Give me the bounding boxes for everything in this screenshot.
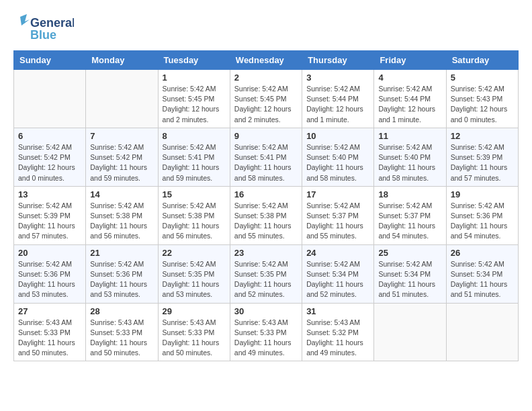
day-number: 21 — [90, 248, 153, 258]
calendar-cell: 8Sunrise: 5:42 AMSunset: 5:41 PMDaylight… — [158, 128, 230, 186]
calendar-cell: 3Sunrise: 5:42 AMSunset: 5:44 PMDaylight… — [302, 70, 374, 128]
calendar-cell — [374, 303, 446, 361]
day-number: 10 — [306, 131, 369, 141]
calendar-cell: 9Sunrise: 5:42 AMSunset: 5:41 PMDaylight… — [230, 128, 302, 186]
calendar-cell: 27Sunrise: 5:43 AMSunset: 5:33 PMDayligh… — [14, 303, 86, 361]
day-number: 30 — [234, 306, 298, 316]
day-number: 25 — [378, 248, 441, 258]
calendar-cell — [446, 303, 518, 361]
day-info: Sunrise: 5:42 AMSunset: 5:40 PMDaylight:… — [378, 142, 441, 183]
day-number: 16 — [234, 189, 298, 199]
day-info: Sunrise: 5:43 AMSunset: 5:33 PMDaylight:… — [18, 318, 81, 359]
day-number: 27 — [18, 306, 81, 316]
day-info: Sunrise: 5:43 AMSunset: 5:33 PMDaylight:… — [90, 318, 153, 359]
day-info: Sunrise: 5:42 AMSunset: 5:38 PMDaylight:… — [234, 201, 298, 242]
day-info: Sunrise: 5:42 AMSunset: 5:36 PMDaylight:… — [18, 259, 81, 300]
calendar-week-5: 27Sunrise: 5:43 AMSunset: 5:33 PMDayligh… — [14, 303, 519, 361]
calendar-cell: 29Sunrise: 5:43 AMSunset: 5:33 PMDayligh… — [158, 303, 230, 361]
day-info: Sunrise: 5:42 AMSunset: 5:44 PMDaylight:… — [378, 84, 441, 125]
day-info: Sunrise: 5:43 AMSunset: 5:32 PMDaylight:… — [306, 318, 369, 359]
day-info: Sunrise: 5:42 AMSunset: 5:34 PMDaylight:… — [451, 259, 514, 300]
day-header-thursday: Thursday — [302, 51, 374, 70]
header: GeneralBlue — [13, 13, 519, 44]
day-info: Sunrise: 5:42 AMSunset: 5:39 PMDaylight:… — [18, 201, 81, 242]
svg-marker-2 — [20, 14, 30, 26]
day-header-wednesday: Wednesday — [230, 51, 302, 70]
day-number: 9 — [234, 131, 298, 141]
day-number: 3 — [306, 73, 369, 83]
calendar-cell: 24Sunrise: 5:42 AMSunset: 5:34 PMDayligh… — [302, 244, 374, 303]
day-info: Sunrise: 5:42 AMSunset: 5:42 PMDaylight:… — [90, 142, 153, 183]
calendar-cell — [86, 70, 158, 128]
day-number: 17 — [306, 189, 369, 199]
day-number: 29 — [163, 306, 226, 316]
calendar-week-4: 20Sunrise: 5:42 AMSunset: 5:36 PMDayligh… — [14, 244, 519, 303]
svg-text:General: General — [30, 16, 74, 30]
day-info: Sunrise: 5:42 AMSunset: 5:38 PMDaylight:… — [163, 201, 226, 242]
svg-text:Blue: Blue — [30, 28, 56, 42]
calendar-cell: 30Sunrise: 5:43 AMSunset: 5:33 PMDayligh… — [230, 303, 302, 361]
calendar-cell: 25Sunrise: 5:42 AMSunset: 5:34 PMDayligh… — [374, 244, 446, 303]
day-info: Sunrise: 5:43 AMSunset: 5:33 PMDaylight:… — [163, 318, 226, 359]
logo-svg: GeneralBlue — [13, 13, 74, 44]
calendar-cell: 26Sunrise: 5:42 AMSunset: 5:34 PMDayligh… — [446, 244, 518, 303]
day-number: 13 — [18, 189, 81, 199]
day-header-tuesday: Tuesday — [158, 51, 230, 70]
day-info: Sunrise: 5:42 AMSunset: 5:35 PMDaylight:… — [163, 259, 226, 300]
day-number: 20 — [18, 248, 81, 258]
day-info: Sunrise: 5:42 AMSunset: 5:39 PMDaylight:… — [451, 142, 514, 183]
day-header-friday: Friday — [374, 51, 446, 70]
calendar-cell: 5Sunrise: 5:42 AMSunset: 5:43 PMDaylight… — [446, 70, 518, 128]
calendar-cell: 15Sunrise: 5:42 AMSunset: 5:38 PMDayligh… — [158, 186, 230, 244]
day-info: Sunrise: 5:42 AMSunset: 5:34 PMDaylight:… — [306, 259, 369, 300]
day-header-sunday: Sunday — [14, 51, 86, 70]
day-info: Sunrise: 5:42 AMSunset: 5:44 PMDaylight:… — [306, 84, 369, 125]
day-info: Sunrise: 5:42 AMSunset: 5:38 PMDaylight:… — [90, 201, 153, 242]
day-info: Sunrise: 5:42 AMSunset: 5:45 PMDaylight:… — [163, 84, 226, 125]
calendar-cell: 11Sunrise: 5:42 AMSunset: 5:40 PMDayligh… — [374, 128, 446, 186]
day-info: Sunrise: 5:42 AMSunset: 5:34 PMDaylight:… — [378, 259, 441, 300]
calendar-week-2: 6Sunrise: 5:42 AMSunset: 5:42 PMDaylight… — [14, 128, 519, 186]
day-number: 18 — [378, 189, 441, 199]
day-info: Sunrise: 5:42 AMSunset: 5:35 PMDaylight:… — [234, 259, 298, 300]
calendar-cell: 12Sunrise: 5:42 AMSunset: 5:39 PMDayligh… — [446, 128, 518, 186]
day-number: 14 — [90, 189, 153, 199]
calendar-cell: 21Sunrise: 5:42 AMSunset: 5:36 PMDayligh… — [86, 244, 158, 303]
calendar-week-3: 13Sunrise: 5:42 AMSunset: 5:39 PMDayligh… — [14, 186, 519, 244]
day-number: 1 — [163, 73, 226, 83]
calendar-body: 1Sunrise: 5:42 AMSunset: 5:45 PMDaylight… — [14, 70, 519, 361]
day-info: Sunrise: 5:42 AMSunset: 5:42 PMDaylight:… — [18, 142, 81, 183]
calendar-cell — [14, 70, 86, 128]
day-info: Sunrise: 5:42 AMSunset: 5:41 PMDaylight:… — [163, 142, 226, 183]
calendar-table: SundayMondayTuesdayWednesdayThursdayFrid… — [13, 50, 519, 361]
day-number: 2 — [234, 73, 298, 83]
day-number: 6 — [18, 131, 81, 141]
day-info: Sunrise: 5:42 AMSunset: 5:36 PMDaylight:… — [451, 201, 514, 242]
day-number: 7 — [90, 131, 153, 141]
calendar-cell: 7Sunrise: 5:42 AMSunset: 5:42 PMDaylight… — [86, 128, 158, 186]
day-number: 26 — [451, 248, 514, 258]
day-number: 28 — [90, 306, 153, 316]
calendar-cell: 4Sunrise: 5:42 AMSunset: 5:44 PMDaylight… — [374, 70, 446, 128]
calendar-cell: 19Sunrise: 5:42 AMSunset: 5:36 PMDayligh… — [446, 186, 518, 244]
day-header-saturday: Saturday — [446, 51, 518, 70]
calendar-header-row: SundayMondayTuesdayWednesdayThursdayFrid… — [14, 51, 519, 70]
calendar-cell: 17Sunrise: 5:42 AMSunset: 5:37 PMDayligh… — [302, 186, 374, 244]
calendar-cell: 18Sunrise: 5:42 AMSunset: 5:37 PMDayligh… — [374, 186, 446, 244]
day-number: 31 — [306, 306, 369, 316]
day-info: Sunrise: 5:42 AMSunset: 5:37 PMDaylight:… — [378, 201, 441, 242]
calendar-cell: 1Sunrise: 5:42 AMSunset: 5:45 PMDaylight… — [158, 70, 230, 128]
calendar-cell: 31Sunrise: 5:43 AMSunset: 5:32 PMDayligh… — [302, 303, 374, 361]
calendar-cell: 16Sunrise: 5:42 AMSunset: 5:38 PMDayligh… — [230, 186, 302, 244]
calendar-cell: 10Sunrise: 5:42 AMSunset: 5:40 PMDayligh… — [302, 128, 374, 186]
calendar-cell: 13Sunrise: 5:42 AMSunset: 5:39 PMDayligh… — [14, 186, 86, 244]
day-number: 22 — [163, 248, 226, 258]
calendar-cell: 23Sunrise: 5:42 AMSunset: 5:35 PMDayligh… — [230, 244, 302, 303]
day-info: Sunrise: 5:42 AMSunset: 5:40 PMDaylight:… — [306, 142, 369, 183]
day-number: 24 — [306, 248, 369, 258]
day-number: 5 — [451, 73, 514, 83]
calendar-cell: 6Sunrise: 5:42 AMSunset: 5:42 PMDaylight… — [14, 128, 86, 186]
day-info: Sunrise: 5:42 AMSunset: 5:45 PMDaylight:… — [234, 84, 298, 125]
day-info: Sunrise: 5:43 AMSunset: 5:33 PMDaylight:… — [234, 318, 298, 359]
day-header-monday: Monday — [86, 51, 158, 70]
